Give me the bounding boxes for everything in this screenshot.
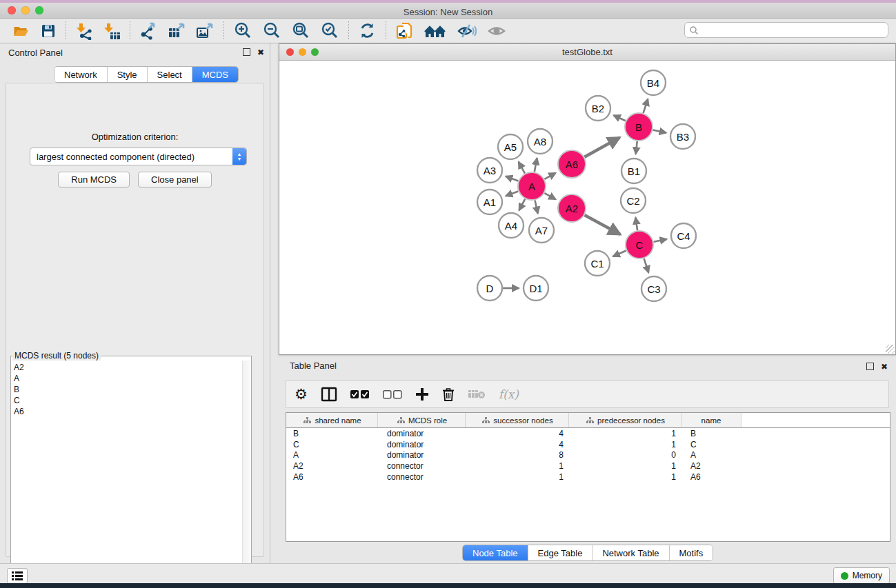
table-row[interactable]: A2connector11A2 <box>286 460 890 472</box>
edge-C-C1[interactable] <box>613 250 626 256</box>
export-table-icon[interactable] <box>168 21 186 41</box>
tab-node-table[interactable]: Node Table <box>463 545 528 560</box>
edge-A-A5[interactable] <box>519 162 525 174</box>
search-input[interactable] <box>699 26 888 35</box>
close-panel-button[interactable]: Close panel <box>138 172 212 187</box>
save-session-icon[interactable] <box>40 21 57 41</box>
deselect-all-icon[interactable] <box>383 390 402 399</box>
edge-B-B3[interactable] <box>653 130 666 132</box>
column-header-shared-name[interactable]: shared name <box>286 413 378 427</box>
task-history-button[interactable] <box>7 568 28 584</box>
run-mcds-button[interactable]: Run MCDS <box>58 172 130 187</box>
node-C3[interactable]: C3 <box>641 276 666 301</box>
node-D1[interactable]: D1 <box>524 276 548 301</box>
node-B1[interactable]: B1 <box>621 159 646 183</box>
node-A[interactable]: A <box>518 172 546 200</box>
node-C[interactable]: C <box>626 231 653 258</box>
tab-mcds[interactable]: MCDS <box>192 67 238 82</box>
edge-B-B2[interactable] <box>614 115 626 121</box>
table-row[interactable]: A6connector11A6 <box>286 472 890 483</box>
edge-B-B4[interactable] <box>644 99 648 114</box>
node-A1[interactable]: A1 <box>477 190 502 214</box>
edge-C-C2[interactable] <box>635 218 637 231</box>
table-row[interactable]: Cdominator41C <box>286 439 890 450</box>
node-D[interactable]: D <box>477 276 502 301</box>
column-header-name[interactable]: name <box>681 413 741 427</box>
tab-edge-table[interactable]: Edge Table <box>528 545 593 560</box>
table-settings-icon[interactable]: ⚙ <box>295 387 308 401</box>
table-row[interactable]: Adominator80A <box>286 450 890 461</box>
node-A4[interactable]: A4 <box>499 213 524 238</box>
edge-C-C3[interactable] <box>644 258 649 273</box>
column-header-successor-nodes[interactable]: successor nodes <box>466 413 569 427</box>
tab-motifs[interactable]: Motifs <box>670 545 713 560</box>
edge-A-A2[interactable] <box>544 193 555 199</box>
table-row[interactable]: Bdominator41B <box>286 428 890 439</box>
node-A8[interactable]: A8 <box>528 129 552 154</box>
hide-eye-icon[interactable] <box>456 21 477 41</box>
close-table-panel-icon[interactable]: ✖ <box>881 363 888 370</box>
node-B2[interactable]: B2 <box>586 96 610 121</box>
zoom-out-icon[interactable] <box>262 21 281 41</box>
add-row-icon[interactable] <box>415 387 429 401</box>
node-A2[interactable]: A2 <box>558 194 586 222</box>
node-C2[interactable]: C2 <box>621 188 646 213</box>
export-network-icon[interactable] <box>139 21 158 41</box>
edge-C-C4[interactable] <box>654 239 667 242</box>
edge-A-A8[interactable] <box>535 158 537 172</box>
result-scrollbar[interactable] <box>242 361 251 574</box>
node-A7[interactable]: A7 <box>529 218 554 243</box>
float-panel-icon[interactable] <box>243 48 250 56</box>
resize-grip-icon[interactable] <box>886 345 895 354</box>
network-graph[interactable]: AA1A2A3A4A5A6A7A8BB1B2B3B4CC1C2C3C4DD1 <box>279 61 894 353</box>
node-C1[interactable]: C1 <box>585 251 610 276</box>
memory-button[interactable]: Memory <box>833 567 890 584</box>
zoom-fit-icon[interactable] <box>291 21 310 41</box>
edge-A-A1[interactable] <box>506 191 518 196</box>
tab-style[interactable]: Style <box>108 67 148 82</box>
search-box[interactable] <box>684 22 888 38</box>
session-browser-icon[interactable] <box>424 21 446 41</box>
zoom-in-icon[interactable] <box>233 21 252 41</box>
node-A5[interactable]: A5 <box>498 134 523 159</box>
delete-row-icon[interactable] <box>442 387 455 402</box>
result-item[interactable]: C <box>14 395 243 406</box>
edge-A6-B[interactable] <box>584 137 619 156</box>
node-B3[interactable]: B3 <box>670 124 695 149</box>
edge-A-A3[interactable] <box>506 176 518 181</box>
column-header-predecessor-nodes[interactable]: predecessor nodes <box>569 413 681 427</box>
edge-A-A7[interactable] <box>535 201 537 214</box>
node-B4[interactable]: B4 <box>641 70 666 95</box>
result-item[interactable]: A2 <box>14 362 243 373</box>
result-item[interactable]: A <box>14 373 243 384</box>
node-C4[interactable]: C4 <box>671 223 696 248</box>
criterion-dropdown[interactable]: largest connected component (directed) ▲… <box>30 148 247 165</box>
network-window-titlebar[interactable]: testGlobe.txt <box>279 44 895 61</box>
show-eye-icon[interactable] <box>486 21 507 41</box>
node-table[interactable]: shared nameMCDS rolesuccessor nodesprede… <box>286 412 890 542</box>
show-columns-icon[interactable] <box>321 387 337 402</box>
import-table-icon[interactable] <box>103 21 121 41</box>
column-header-MCDS-role[interactable]: MCDS role <box>378 413 466 427</box>
tab-network[interactable]: Network <box>54 67 108 82</box>
edge-A2-C[interactable] <box>584 215 620 234</box>
zoom-selected-icon[interactable] <box>320 21 339 41</box>
edge-A-A4[interactable] <box>519 199 526 211</box>
select-all-icon[interactable] <box>350 390 370 399</box>
result-item[interactable]: A6 <box>14 406 243 417</box>
network-canvas[interactable]: AA1A2A3A4A5A6A7A8BB1B2B3B4CC1C2C3C4DD1 <box>279 61 894 353</box>
export-image-icon[interactable] <box>196 21 215 41</box>
open-file-icon[interactable] <box>12 21 30 41</box>
result-item[interactable]: B <box>14 384 243 395</box>
refresh-view-icon[interactable] <box>358 21 377 41</box>
clone-network-icon[interactable] <box>395 21 415 41</box>
edge-B-B1[interactable] <box>636 141 637 154</box>
edge-A-A6[interactable] <box>544 173 555 179</box>
float-table-panel-icon[interactable] <box>866 363 874 370</box>
node-A6[interactable]: A6 <box>558 150 586 178</box>
tab-select[interactable]: Select <box>148 67 192 82</box>
tab-network-table[interactable]: Network Table <box>593 545 669 560</box>
node-B[interactable]: B <box>625 113 653 141</box>
import-network-icon[interactable] <box>75 21 93 41</box>
close-panel-icon[interactable]: ✖ <box>257 49 264 56</box>
